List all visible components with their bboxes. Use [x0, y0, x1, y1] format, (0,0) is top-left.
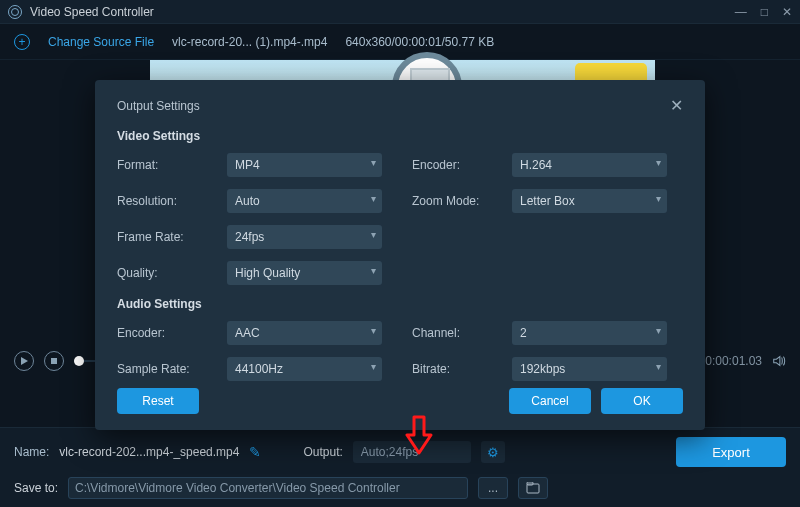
samplerate-label: Sample Rate:	[117, 362, 227, 376]
open-folder-button[interactable]	[518, 477, 548, 499]
format-select[interactable]: MP4▾	[227, 153, 382, 177]
cancel-label: Cancel	[531, 394, 568, 408]
aencoder-select[interactable]: AAC▾	[227, 321, 382, 345]
framerate-label: Frame Rate:	[117, 230, 227, 244]
cancel-button[interactable]: Cancel	[509, 388, 591, 414]
ok-button[interactable]: OK	[601, 388, 683, 414]
resolution-select[interactable]: Auto▾	[227, 189, 382, 213]
stop-button[interactable]	[44, 351, 64, 371]
vencoder-label: Encoder:	[412, 158, 512, 172]
chevron-down-icon: ▾	[656, 361, 661, 372]
chevron-down-icon: ▾	[371, 325, 376, 336]
audio-section-heading: Audio Settings	[117, 297, 683, 311]
add-source-icon[interactable]: +	[14, 34, 30, 50]
source-filename: vlc-record-20... (1).mp4-.mp4	[172, 35, 327, 49]
save-path-value: C:\Vidmore\Vidmore Video Converter\Video…	[75, 481, 400, 495]
vencoder-select[interactable]: H.264▾	[512, 153, 667, 177]
ok-label: OK	[633, 394, 650, 408]
chevron-down-icon: ▾	[656, 325, 661, 336]
edit-name-icon[interactable]: ✎	[249, 444, 261, 460]
play-button[interactable]	[14, 351, 34, 371]
framerate-value: 24fps	[235, 230, 264, 244]
resolution-label: Resolution:	[117, 194, 227, 208]
video-settings-grid: Format: MP4▾ Encoder: H.264▾ Resolution:…	[117, 153, 683, 285]
chevron-down-icon: ▾	[371, 229, 376, 240]
output-settings-dialog: Output Settings ✕ Video Settings Format:…	[95, 80, 705, 430]
resolution-value: Auto	[235, 194, 260, 208]
channel-value: 2	[520, 326, 527, 340]
chevron-down-icon: ▾	[371, 265, 376, 276]
chevron-down-icon: ▾	[371, 193, 376, 204]
save-path-box[interactable]: C:\Vidmore\Vidmore Video Converter\Video…	[68, 477, 468, 499]
output-label: Output:	[303, 445, 342, 459]
source-info: 640x360/00:00:01/50.77 KB	[345, 35, 494, 49]
export-label: Export	[712, 445, 750, 460]
aencoder-label: Encoder:	[117, 326, 227, 340]
export-button[interactable]: Export	[676, 437, 786, 467]
samplerate-select[interactable]: 44100Hz▾	[227, 357, 382, 381]
vencoder-value: H.264	[520, 158, 552, 172]
format-value: MP4	[235, 158, 260, 172]
name-label: Name:	[14, 445, 49, 459]
reset-button[interactable]: Reset	[117, 388, 199, 414]
chevron-down-icon: ▾	[656, 157, 661, 168]
close-dialog-icon[interactable]: ✕	[670, 96, 683, 115]
bitrate-value: 192kbps	[520, 362, 565, 376]
bitrate-select[interactable]: 192kbps▾	[512, 357, 667, 381]
name-value: vlc-record-202...mp4-_speed.mp4	[59, 445, 239, 459]
maximize-icon[interactable]: □	[761, 5, 768, 19]
dialog-title: Output Settings	[117, 99, 200, 113]
channel-select[interactable]: 2▾	[512, 321, 667, 345]
zoom-label: Zoom Mode:	[412, 194, 512, 208]
volume-icon[interactable]	[772, 354, 786, 368]
channel-label: Channel:	[412, 326, 512, 340]
framerate-select[interactable]: 24fps▾	[227, 225, 382, 249]
bitrate-label: Bitrate:	[412, 362, 512, 376]
close-window-icon[interactable]: ✕	[782, 5, 792, 19]
reset-label: Reset	[142, 394, 173, 408]
app-title: Video Speed Controller	[30, 5, 154, 19]
svg-rect-1	[51, 358, 57, 364]
source-row: + Change Source File vlc-record-20... (1…	[0, 24, 800, 60]
video-section-heading: Video Settings	[117, 129, 683, 143]
ellipsis-icon: ...	[488, 481, 498, 495]
output-value: Auto;24fps	[361, 445, 418, 459]
aencoder-value: AAC	[235, 326, 260, 340]
quality-label: Quality:	[117, 266, 227, 280]
audio-settings-grid: Encoder: AAC▾ Channel: 2▾ Sample Rate: 4…	[117, 321, 683, 381]
samplerate-value: 44100Hz	[235, 362, 283, 376]
output-format-box: Auto;24fps	[353, 441, 471, 463]
minimize-icon[interactable]: —	[735, 5, 747, 19]
svg-marker-0	[21, 357, 28, 365]
bottom-panel: Name: vlc-record-202...mp4-_speed.mp4 ✎ …	[0, 427, 800, 507]
quality-value: High Quality	[235, 266, 300, 280]
browse-path-button[interactable]: ...	[478, 477, 508, 499]
scrub-knob[interactable]	[74, 356, 84, 366]
timecode: 00:00:01.03	[699, 354, 762, 368]
chevron-down-icon: ▾	[371, 157, 376, 168]
quality-select[interactable]: High Quality▾	[227, 261, 382, 285]
chevron-down-icon: ▾	[371, 361, 376, 372]
zoom-select[interactable]: Letter Box▾	[512, 189, 667, 213]
format-label: Format:	[117, 158, 227, 172]
app-logo-icon	[8, 5, 22, 19]
change-source-link[interactable]: Change Source File	[48, 35, 154, 49]
zoom-value: Letter Box	[520, 194, 575, 208]
output-settings-gear-icon[interactable]: ⚙	[481, 441, 505, 463]
titlebar: Video Speed Controller — □ ✕	[0, 0, 800, 24]
chevron-down-icon: ▾	[656, 193, 661, 204]
saveto-label: Save to:	[14, 481, 58, 495]
